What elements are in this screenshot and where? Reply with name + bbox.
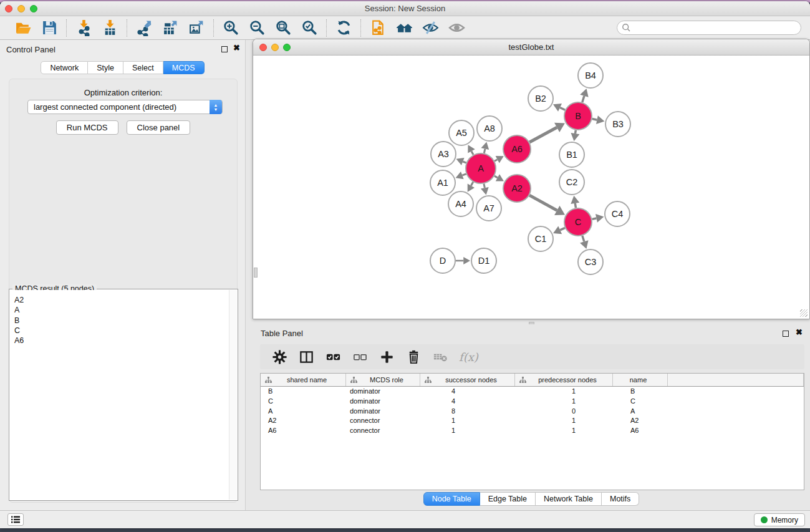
zoom-out-icon[interactable] bbox=[246, 18, 268, 38]
table-cell[interactable]: C bbox=[261, 397, 346, 407]
save-session-icon[interactable] bbox=[38, 18, 60, 38]
export-image-icon[interactable] bbox=[185, 18, 208, 38]
search-input[interactable] bbox=[617, 21, 801, 35]
table-cell[interactable]: 8 bbox=[420, 407, 515, 417]
graph-node-D[interactable]: D bbox=[430, 248, 455, 273]
control-panel-close-icon[interactable]: ✖ bbox=[233, 44, 240, 52]
result-list-scrollbar[interactable] bbox=[229, 290, 237, 500]
add-row-icon[interactable] bbox=[378, 349, 395, 365]
table-cell[interactable]: 4 bbox=[420, 387, 515, 397]
graph-edge-C-C1[interactable] bbox=[553, 226, 565, 235]
graph-edge-B-B3[interactable] bbox=[592, 115, 605, 124]
graph-edge-D-D1[interactable] bbox=[456, 257, 470, 264]
table-cell[interactable]: dominator bbox=[346, 387, 420, 397]
tab-mcds[interactable]: MCDS bbox=[163, 61, 205, 74]
window-resize-grip[interactable] bbox=[800, 309, 808, 317]
hide-selected-icon[interactable] bbox=[419, 18, 441, 38]
table-row[interactable]: Cdominator41C bbox=[261, 397, 804, 407]
column-header-predecessor-nodes[interactable]: predecessor nodes bbox=[515, 374, 613, 386]
tab-style[interactable]: Style bbox=[88, 61, 123, 74]
import-network-icon[interactable] bbox=[72, 18, 95, 38]
column-header-MCDS-role[interactable]: MCDS role bbox=[346, 374, 420, 386]
table-row[interactable]: A2connector11A2 bbox=[261, 416, 804, 426]
table-cell[interactable]: C bbox=[613, 397, 668, 407]
open-session-icon[interactable] bbox=[12, 18, 34, 38]
table-row[interactable]: A6connector11A6 bbox=[261, 426, 804, 436]
graph-node-B[interactable]: B bbox=[564, 102, 592, 130]
graph-edge-A-A4[interactable] bbox=[468, 182, 475, 192]
graph-edge-A-A3[interactable] bbox=[456, 158, 466, 165]
graph-node-B2[interactable]: B2 bbox=[528, 86, 553, 111]
graph-node-A4[interactable]: A4 bbox=[448, 191, 473, 216]
settings-gear-icon[interactable] bbox=[271, 349, 287, 365]
table-cell[interactable]: connector bbox=[346, 426, 420, 436]
table-cell[interactable]: 1 bbox=[515, 426, 613, 436]
table-cell[interactable]: B bbox=[613, 387, 668, 397]
column-header-shared-name[interactable]: shared name bbox=[261, 374, 346, 386]
table-cell[interactable]: A bbox=[613, 407, 668, 417]
table-cell[interactable]: 1 bbox=[420, 426, 515, 436]
graph-node-A[interactable]: A bbox=[466, 153, 496, 183]
network-canvas[interactable]: B4B2BB3A5A8A6B1A3AC2A1A2A4A7C4CC1C3DD1 bbox=[254, 56, 810, 319]
graph-node-A5[interactable]: A5 bbox=[449, 120, 474, 145]
table-cell[interactable]: 1 bbox=[515, 397, 613, 407]
graph-edge-A-A1[interactable] bbox=[456, 172, 466, 179]
table-cell[interactable]: 4 bbox=[420, 397, 515, 407]
optimization-criterion-dropdown[interactable]: largest connected component (directed) ▲… bbox=[27, 100, 223, 114]
graph-node-C4[interactable]: C4 bbox=[605, 201, 630, 226]
tab-motifs[interactable]: Motifs bbox=[602, 492, 639, 506]
table-cell[interactable]: connector bbox=[346, 416, 420, 426]
graph-edge-B-B1[interactable] bbox=[571, 130, 579, 142]
memory-button[interactable]: Memory bbox=[754, 513, 805, 526]
graph-node-A7[interactable]: A7 bbox=[476, 196, 501, 221]
graph-edge-B-B2[interactable] bbox=[553, 104, 565, 112]
table-panel-float-icon[interactable] bbox=[783, 331, 789, 337]
home-icon[interactable] bbox=[393, 18, 415, 38]
zoom-in-icon[interactable] bbox=[219, 18, 242, 38]
refresh-layout-icon[interactable] bbox=[332, 18, 355, 38]
clone-network-icon[interactable] bbox=[367, 18, 389, 38]
export-table-icon[interactable] bbox=[159, 18, 181, 38]
table-cell[interactable]: 1 bbox=[515, 416, 613, 426]
graph-node-A3[interactable]: A3 bbox=[431, 142, 456, 167]
graph-node-C2[interactable]: C2 bbox=[559, 170, 584, 195]
graph-node-A1[interactable]: A1 bbox=[430, 170, 455, 195]
table-cell[interactable]: A2 bbox=[613, 416, 668, 426]
table-cell[interactable]: dominator bbox=[346, 407, 420, 417]
graph-node-A2[interactable]: A2 bbox=[503, 175, 531, 202]
select-all-checks-icon[interactable] bbox=[325, 349, 341, 365]
graph-node-C[interactable]: C bbox=[564, 208, 592, 236]
graph-node-B4[interactable]: B4 bbox=[578, 63, 603, 88]
graph-edge-C-C3[interactable] bbox=[580, 236, 588, 249]
task-history-button[interactable] bbox=[7, 513, 24, 526]
tab-select[interactable]: Select bbox=[123, 61, 163, 74]
table-cell[interactable]: B bbox=[261, 387, 346, 397]
result-list-item[interactable]: A2 bbox=[14, 295, 229, 305]
graph-edge-A2-C[interactable] bbox=[529, 195, 565, 215]
result-list-item[interactable]: C bbox=[14, 326, 229, 336]
tab-edge-table[interactable]: Edge Table bbox=[480, 492, 536, 506]
clear-checks-icon[interactable] bbox=[352, 349, 368, 365]
graph-edge-A-A2[interactable] bbox=[494, 174, 504, 181]
table-cell[interactable]: 0 bbox=[515, 407, 613, 417]
graph-node-B3[interactable]: B3 bbox=[605, 112, 630, 137]
table-panel-close-icon[interactable]: ✖ bbox=[796, 328, 803, 337]
table-cell[interactable]: dominator bbox=[346, 397, 420, 407]
graph-edge-A-A7[interactable] bbox=[481, 183, 489, 195]
splitter-handle-icon[interactable] bbox=[254, 268, 258, 278]
graph-edge-A-A8[interactable] bbox=[481, 142, 489, 153]
graph-edge-B-B4[interactable] bbox=[580, 89, 588, 102]
graph-node-C3[interactable]: C3 bbox=[578, 249, 603, 274]
result-list-item[interactable]: A bbox=[14, 305, 229, 315]
table-cell[interactable]: 1 bbox=[420, 416, 515, 426]
table-row[interactable]: Bdominator41B bbox=[261, 387, 804, 397]
graph-node-C1[interactable]: C1 bbox=[528, 226, 553, 251]
graph-edge-A6-B[interactable] bbox=[529, 123, 565, 142]
table-cell[interactable]: A2 bbox=[261, 416, 346, 426]
table-cell[interactable]: A6 bbox=[261, 426, 346, 436]
graph-edge-A-A6[interactable] bbox=[494, 156, 504, 163]
tab-network[interactable]: Network bbox=[41, 61, 88, 74]
table-cell[interactable]: A6 bbox=[613, 426, 668, 436]
graph-edge-C-C4[interactable] bbox=[592, 214, 604, 223]
export-network-icon[interactable] bbox=[133, 18, 155, 38]
